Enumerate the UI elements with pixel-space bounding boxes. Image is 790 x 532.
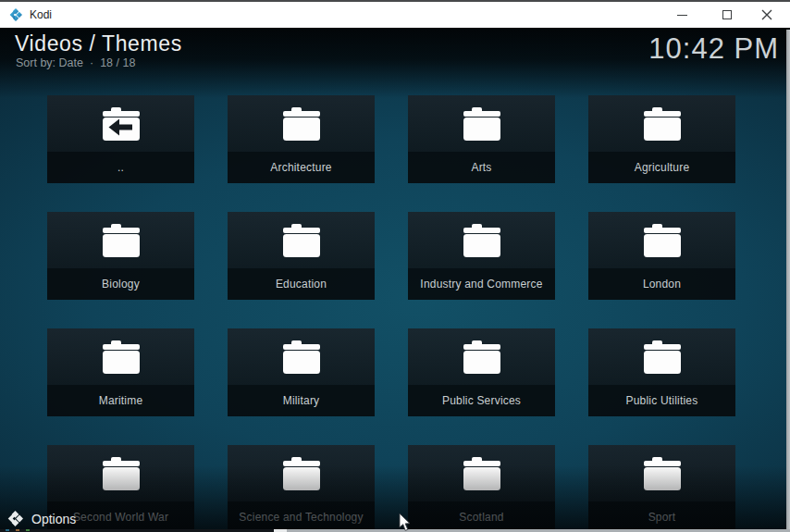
minimize-button[interactable] — [662, 2, 701, 28]
window-titlebar: Kodi — [0, 0, 790, 28]
tile-label: Public Utilities — [588, 385, 735, 416]
tile-label: Industry and Commerce — [408, 268, 555, 300]
folder-icon — [228, 445, 375, 501]
folder-icon — [588, 445, 735, 501]
tile-science-and-technology[interactable]: Science and Technology — [228, 445, 375, 532]
tile-military[interactable]: Military — [228, 328, 375, 416]
folder-icon — [228, 212, 375, 268]
tile-london[interactable]: London — [588, 212, 735, 300]
tile-label: Science and Technology — [228, 501, 375, 532]
close-button[interactable] — [747, 2, 786, 28]
folder-icon — [588, 95, 735, 152]
kodi-main-view: Videos / Themes Sort by: Date · 18 / 18 … — [0, 28, 790, 532]
maximize-button[interactable] — [708, 2, 747, 28]
tile-maritime[interactable]: Maritime — [47, 328, 194, 416]
folder-icon — [408, 212, 555, 268]
tile-label: London — [588, 268, 735, 300]
folder-icon — [588, 328, 735, 385]
options-label: Options — [31, 512, 76, 526]
minimize-icon — [677, 15, 687, 16]
tile-label: Biology — [47, 268, 194, 300]
tile-label: Scotland — [408, 501, 555, 532]
tile-label: .. — [47, 152, 194, 183]
maximize-icon — [722, 10, 732, 19]
tile-scotland[interactable]: Scotland — [408, 445, 555, 532]
tile-label: Education — [228, 268, 375, 300]
taskbar-pixel-dot — [16, 529, 19, 531]
options-icon — [7, 511, 23, 526]
item-count: 18 / 18 — [100, 56, 135, 69]
tile-architecture[interactable]: Architecture — [228, 95, 375, 183]
tile-label: Maritime — [47, 385, 194, 416]
tile-label: Public Services — [408, 385, 555, 416]
tile-public-services[interactable]: Public Services — [408, 328, 555, 416]
parent-folder-icon — [47, 95, 194, 152]
close-icon — [761, 9, 772, 20]
tile-label: Agriculture — [588, 152, 735, 183]
folder-icon — [47, 328, 194, 385]
tile-agriculture[interactable]: Agriculture — [588, 95, 735, 183]
media-grid: .. Architecture Arts Agriculture Biology — [47, 95, 735, 532]
scrollbar[interactable] — [786, 30, 790, 532]
folder-icon — [228, 95, 375, 152]
folder-icon — [408, 328, 555, 385]
folder-icon — [228, 328, 375, 385]
window-title: Kodi — [30, 8, 52, 21]
folder-icon — [588, 212, 735, 268]
folder-icon — [47, 445, 194, 501]
folder-icon — [408, 445, 555, 501]
tile-label: Arts — [408, 152, 555, 183]
sort-by-label: Sort by: Date — [16, 56, 83, 69]
tile-parent-directory[interactable]: .. — [47, 95, 194, 183]
taskbar-pixel-dot — [26, 529, 30, 531]
tile-biology[interactable]: Biology — [47, 212, 194, 300]
taskbar-pixel-dot — [6, 529, 9, 531]
options-button[interactable]: Options — [7, 511, 76, 526]
breadcrumb: Videos / Themes — [15, 31, 182, 56]
tile-sport[interactable]: Sport — [588, 445, 735, 532]
tile-public-utilities[interactable]: Public Utilities — [588, 328, 735, 416]
folder-icon — [408, 95, 555, 152]
tile-education[interactable]: Education — [228, 212, 375, 300]
folder-icon — [47, 212, 194, 268]
tile-arts[interactable]: Arts — [408, 95, 555, 183]
tile-label: Architecture — [228, 152, 375, 183]
clock: 10:42 PM — [648, 32, 779, 66]
kodi-logo-icon — [9, 8, 22, 21]
sort-separator: · — [90, 56, 93, 69]
sort-status: Sort by: Date · 18 / 18 — [16, 56, 135, 69]
tile-industry-and-commerce[interactable]: Industry and Commerce — [408, 212, 555, 300]
tile-label: Sport — [588, 501, 735, 532]
tile-label: Military — [228, 385, 375, 416]
